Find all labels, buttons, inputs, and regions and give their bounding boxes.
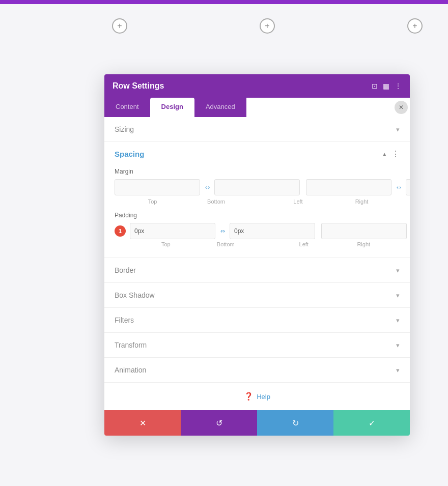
more-icon[interactable]: ⋮ [395,82,402,90]
modal-header: Row Settings ⊡ ▦ ⋮ [104,74,410,98]
row-settings-modal: Row Settings ⊡ ▦ ⋮ Content Design Advanc… [104,74,410,436]
spacing-more-icon[interactable]: ⋮ [391,149,400,159]
padding-top-input[interactable] [130,223,215,239]
plus-icon-3: + [412,21,417,31]
transform-section[interactable]: Transform ▾ [104,333,410,358]
margin-tb-link-icon[interactable]: ⇔ [205,184,210,191]
padding-left-input[interactable] [321,223,407,239]
add-column-button-1[interactable]: + [112,18,127,34]
undo-icon: ↺ [216,418,222,428]
transform-chevron: ▾ [396,341,400,349]
preview-icon[interactable]: ⊡ [372,82,378,90]
box-shadow-label: Box Shadow [115,291,155,299]
help-row[interactable]: ❓ Help [104,383,410,410]
margin-left-input[interactable] [306,179,391,195]
spacing-collapse-icon[interactable]: ▴ [383,150,386,158]
margin-tb-pair: ⇔ [115,179,300,195]
padding-badge: 1 [115,225,126,237]
margin-top-input[interactable] [115,179,200,195]
plus-icon-1: + [117,21,122,31]
margin-bottom-label: Bottom [184,198,248,205]
plus-icon-2: + [265,21,269,31]
sizing-section[interactable]: Sizing ▾ [104,117,410,142]
margin-right-input[interactable] [406,179,410,195]
modal-footer: ✕ ↺ ↻ ✓ [104,410,410,436]
padding-bottom-input[interactable] [230,223,315,239]
margin-lr-pair: ⇔ [306,179,410,195]
help-icon: ❓ [244,392,254,401]
save-icon: ✓ [369,418,375,428]
spacing-title: Spacing [115,150,144,158]
margin-top-label: Top [121,198,184,205]
padding-top-label: Top [136,241,196,247]
padding-bottom-label: Bottom [196,241,256,247]
margin-right-label: Right [330,198,394,205]
tab-advanced[interactable]: Advanced [194,98,246,117]
undo-button[interactable]: ↺ [181,410,257,436]
margin-bottom-input[interactable] [214,179,300,195]
add-column-button-2[interactable]: + [260,18,275,34]
tab-design[interactable]: Design [150,98,194,117]
padding-label: Padding [115,212,400,219]
animation-chevron: ▾ [396,366,400,374]
sizing-label: Sizing [115,125,134,133]
padding-right-label: Right [334,241,394,247]
padding-row: 1 ⇔ [115,223,400,239]
filters-chevron: ▾ [396,317,400,324]
top-bar [0,0,448,4]
margin-lr-link-icon[interactable]: ⇔ [397,184,401,191]
padding-field-labels: Top Bottom Left Right [115,241,400,247]
cancel-button[interactable]: ✕ [104,410,181,436]
add-column-button-3[interactable]: + [407,18,423,34]
box-shadow-section[interactable]: Box Shadow ▾ [104,283,410,308]
margin-left-label: Left [266,198,330,205]
border-chevron: ▾ [396,267,400,274]
modal-body: Sizing ▾ Spacing ▴ ⋮ Margin [104,117,410,410]
sizing-chevron: ▾ [396,126,400,133]
modal-title: Row Settings [113,81,164,91]
box-shadow-chevron: ▾ [396,292,400,299]
redo-icon: ↻ [292,418,299,428]
spacing-header-controls: ▴ ⋮ [383,149,400,159]
animation-label: Animation [115,366,146,374]
spacing-header[interactable]: Spacing ▴ ⋮ [104,142,410,166]
close-button[interactable]: ✕ [395,101,408,114]
margin-label: Margin [115,168,400,175]
border-section[interactable]: Border ▾ [104,258,410,283]
cancel-icon: ✕ [139,418,146,428]
padding-left-label: Left [274,241,334,247]
spacing-content: Margin ⇔ [104,166,410,258]
save-button[interactable]: ✓ [333,410,410,436]
spacing-section: Spacing ▴ ⋮ Margin [104,142,410,258]
padding-fields: ⇔ ⇔ [130,223,410,239]
modal-tabs: Content Design Advanced ✕ [104,98,410,117]
border-label: Border [115,266,136,274]
tab-content[interactable]: Content [104,98,150,117]
filters-section[interactable]: Filters ▾ [104,308,410,333]
help-label: Help [257,393,270,401]
filters-label: Filters [115,316,134,324]
redo-button[interactable]: ↻ [257,410,333,436]
padding-lr-pair: ⇔ [321,223,410,239]
margin-tb-row: ⇔ ⇔ [115,179,400,195]
margin-field-labels: Top Bottom Left Right [115,198,400,205]
header-icons: ⊡ ▦ ⋮ [372,82,402,90]
transform-label: Transform [115,341,147,349]
layout-icon[interactable]: ▦ [383,82,389,90]
animation-section[interactable]: Animation ▾ [104,358,410,383]
padding-tb-pair: ⇔ [130,223,315,239]
canvas-area: + + + Row Settings ⊡ ▦ ⋮ Content Design [0,4,448,486]
padding-tb-link-icon[interactable]: ⇔ [220,228,225,235]
